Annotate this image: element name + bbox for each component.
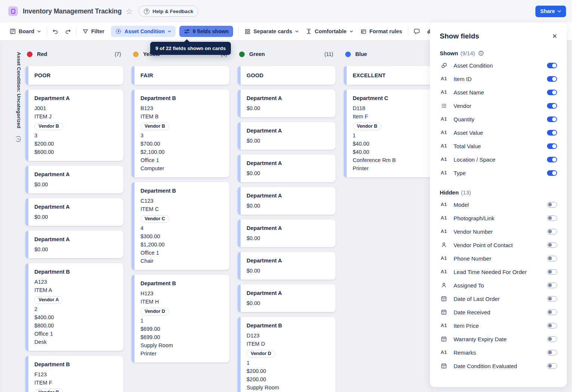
redo-button[interactable] (63, 27, 72, 36)
shown-field-row[interactable]: A1Location / Space (440, 153, 557, 166)
field-toggle[interactable] (547, 116, 557, 122)
card-field-value: Printer (353, 164, 436, 172)
group-by-chip[interactable]: Asset Condition (111, 26, 175, 37)
field-toggle[interactable] (547, 215, 557, 221)
field-toggle[interactable] (547, 323, 557, 329)
record-card[interactable]: Department A$0.00 (25, 198, 123, 226)
chevron-down-icon (37, 30, 41, 32)
shown-field-row[interactable]: Vendor (440, 99, 557, 112)
field-toggle[interactable] (547, 170, 557, 176)
card-field-value: $1,200.00 (140, 240, 224, 249)
record-card[interactable]: Department A$0.00 (238, 122, 336, 150)
card-field-value: Conference Rm B (353, 156, 436, 164)
record-card[interactable]: Department A$0.00 (25, 231, 123, 258)
filter-button[interactable]: Filter (80, 27, 106, 36)
card-field-value: $0.00 (34, 180, 118, 189)
fields-shown-button[interactable]: 9 fields shown (179, 26, 233, 37)
view-switcher-button[interactable]: Board (7, 27, 43, 36)
field-toggle[interactable] (547, 130, 557, 136)
field-toggle[interactable] (547, 76, 557, 82)
hidden-field-row[interactable]: A1Lead Time Needed For Order (440, 265, 557, 279)
comments-button[interactable] (412, 27, 421, 36)
shown-field-row[interactable]: A1Type (440, 166, 557, 180)
group-label-card[interactable]: POOR (25, 66, 123, 85)
row-height-button[interactable]: Comfortable (304, 27, 355, 36)
calendar-icon (440, 296, 448, 302)
hidden-field-row[interactable]: A1Model (440, 198, 557, 211)
text-field-icon: A1 (440, 215, 448, 221)
help-feedback-button[interactable]: ? Help & Feedback (139, 6, 198, 17)
hidden-field-row[interactable]: Vendor Point of Contact (440, 238, 557, 252)
close-icon[interactable]: × (552, 32, 557, 40)
group-label-card[interactable]: GOOD (238, 66, 336, 85)
shown-field-row[interactable]: A1Quantity (440, 112, 557, 126)
record-card[interactable]: Department A$0.00 (238, 220, 336, 247)
record-card[interactable]: Department BC123ITEM CVendor C4$300.00$1… (132, 182, 229, 270)
field-toggle[interactable] (547, 202, 557, 208)
shown-fields-list: Asset ConditionA1Item IDA1Asset NameVend… (440, 59, 557, 180)
field-toggle[interactable] (547, 336, 557, 342)
record-card[interactable]: Department A$0.00 (238, 252, 336, 280)
hidden-field-row[interactable]: A1Vendor Number (440, 225, 557, 238)
field-toggle[interactable] (547, 143, 557, 149)
group-label-card[interactable]: EXCELLENT (344, 66, 442, 85)
field-toggle[interactable] (547, 269, 557, 275)
field-toggle[interactable] (547, 283, 557, 288)
group-label-card[interactable]: FAIR (132, 66, 229, 85)
shown-field-row[interactable]: A1Asset Name (440, 85, 557, 99)
record-card[interactable]: Department BB123ITEM BVendor B3$700.00$2… (132, 90, 229, 177)
shown-field-row[interactable]: Asset Condition (440, 59, 557, 72)
shown-field-row[interactable]: A1Total Value (440, 139, 557, 153)
record-card[interactable]: Department CD118Item FVendor B1$40.00$40… (344, 90, 442, 177)
favorite-star-icon[interactable]: ☆ (126, 7, 133, 15)
shown-field-row[interactable]: A1Item ID (440, 72, 557, 85)
hidden-field-row[interactable]: A1Photograph/Link (440, 211, 557, 225)
record-card[interactable]: Department A$0.00 (238, 155, 336, 182)
hidden-field-row[interactable]: A1Remarks (440, 346, 557, 359)
card-field-value: $300.00 (140, 232, 224, 240)
shown-field-row[interactable]: A1Asset Value (440, 126, 557, 139)
field-toggle[interactable] (547, 309, 557, 315)
record-card[interactable]: Department A$0.00 (238, 284, 336, 312)
vendor-chip: Vendor B (353, 122, 381, 130)
text-field-icon: A1 (440, 116, 448, 122)
field-toggle[interactable] (547, 296, 557, 302)
field-toggle[interactable] (547, 157, 557, 162)
record-card[interactable]: Department BD123ITEM DVendor D1$200.00$2… (238, 317, 336, 392)
field-toggle[interactable] (547, 103, 557, 109)
record-card[interactable]: Department BF123ITEM FVendor B (25, 356, 123, 392)
record-card[interactable]: Department A$0.00 (238, 187, 336, 215)
collapsed-group-rail[interactable]: Asset Condition: Uncategorized (7) (9, 52, 22, 142)
field-toggle[interactable] (547, 63, 557, 68)
hidden-field-row[interactable]: Date of Last Order (440, 292, 557, 305)
field-toggle[interactable] (547, 242, 557, 248)
hidden-field-row[interactable]: Assigned To (440, 279, 557, 292)
share-button[interactable]: Share (535, 6, 566, 17)
record-card[interactable]: Department A$0.00 (238, 90, 336, 117)
card-title: Department B (34, 361, 118, 368)
field-toggle[interactable] (547, 363, 557, 369)
column-color-dot (27, 52, 33, 57)
card-title: Department A (247, 224, 330, 232)
info-icon[interactable] (478, 50, 484, 56)
record-card[interactable]: Department A$0.00 (25, 166, 123, 193)
undo-button[interactable] (51, 27, 60, 36)
field-toggle[interactable] (547, 229, 557, 234)
panel-title: Show fields (440, 32, 479, 40)
hidden-field-row[interactable]: Date Received (440, 305, 557, 319)
vendor-chip-row: Vendor A (34, 295, 118, 304)
field-toggle[interactable] (547, 90, 557, 95)
field-toggle[interactable] (547, 350, 557, 355)
record-card[interactable]: Department BA123ITEM AVendor A2$400.00$8… (25, 263, 123, 351)
hidden-field-row[interactable]: Warranty Expiry Date (440, 332, 557, 346)
record-card[interactable]: Department BH123ITEM HVendor D1$699.00$6… (132, 275, 229, 363)
hidden-field-row[interactable]: Date Condition Evaluated (440, 359, 557, 373)
hidden-field-row[interactable]: A1Item Price (440, 319, 557, 332)
hidden-field-row[interactable]: A1Phone Number (440, 252, 557, 265)
record-card[interactable]: Department AJ001ITEM JVendor B3$200.00$6… (25, 90, 123, 161)
hidden-fields-list: A1ModelA1Photograph/LinkA1Vendor NumberV… (440, 198, 557, 373)
separate-cards-button[interactable]: Separate cards (242, 27, 301, 36)
format-rules-button[interactable]: Format rules (358, 27, 405, 36)
field-toggle[interactable] (547, 256, 557, 261)
text-field-icon: A1 (440, 350, 448, 355)
